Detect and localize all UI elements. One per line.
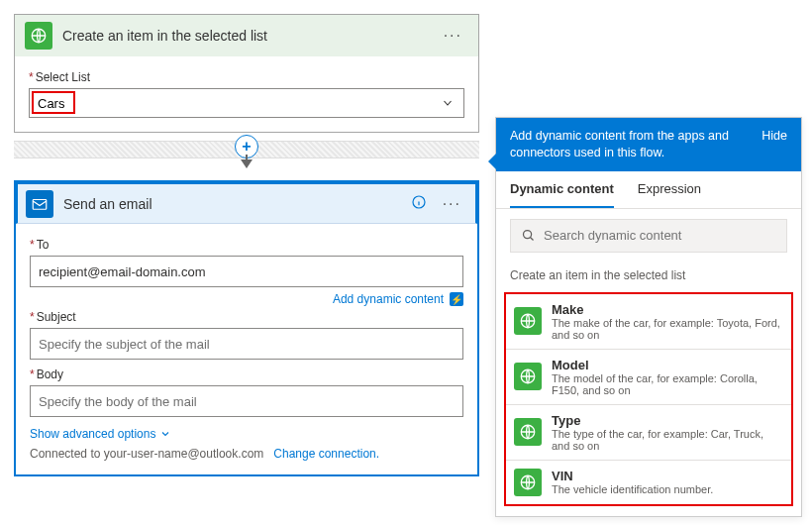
chevron-down-icon[interactable] — [441, 97, 455, 112]
menu-icon[interactable]: ··· — [438, 27, 468, 45]
globe-icon — [514, 363, 542, 390]
select-list-dropdown[interactable] — [29, 88, 464, 118]
globe-icon — [514, 307, 542, 335]
info-icon[interactable] — [411, 194, 427, 213]
svg-point-3 — [524, 231, 532, 239]
select-list-label: *Select List — [29, 70, 464, 84]
globe-icon — [514, 469, 542, 496]
dynamic-content-panel: Add dynamic content from the apps and co… — [495, 117, 802, 517]
card-header[interactable]: Create an item in the selected list ··· — [15, 15, 478, 56]
hide-link[interactable]: Hide — [752, 128, 787, 161]
create-item-card: Create an item in the selected list ··· … — [14, 14, 479, 133]
svg-rect-1 — [33, 199, 47, 209]
dynamic-item-make[interactable]: MakeThe make of the car, for example: To… — [506, 294, 791, 350]
connection-info: Connected to your-user-name@outlook.com … — [30, 447, 463, 461]
search-icon — [521, 228, 536, 243]
card-title: Create an item in the selected list — [62, 28, 438, 44]
send-email-card: Send an email ··· *To Add dynamic conten… — [14, 180, 479, 476]
to-label: *To — [30, 238, 463, 252]
card-title: Send an email — [63, 196, 411, 212]
show-advanced-link[interactable]: Show advanced options — [30, 427, 171, 441]
group-label: Create an item in the selected list — [496, 261, 801, 290]
change-connection-link[interactable]: Change connection. — [273, 447, 379, 461]
dynamic-items-list: MakeThe make of the car, for example: To… — [504, 292, 793, 506]
dynamic-content-icon: ⚡ — [450, 292, 463, 306]
search-input[interactable] — [544, 228, 776, 243]
tab-expression[interactable]: Expression — [638, 171, 701, 208]
to-field[interactable] — [30, 256, 463, 287]
subject-label: *Subject — [30, 310, 463, 324]
panel-header: Add dynamic content from the apps and co… — [496, 118, 801, 171]
dynamic-item-type[interactable]: TypeThe type of the car, for example: Ca… — [506, 405, 791, 461]
dynamic-item-model[interactable]: ModelThe model of the car, for example: … — [506, 350, 791, 405]
menu-icon[interactable]: ··· — [437, 195, 467, 213]
globe-icon — [514, 418, 542, 446]
body-field[interactable] — [30, 385, 463, 417]
search-box[interactable] — [510, 219, 787, 253]
globe-icon — [25, 22, 52, 50]
outlook-icon — [26, 190, 53, 218]
subject-field[interactable] — [30, 328, 463, 360]
add-dynamic-content-link[interactable]: Add dynamic content ⚡ — [333, 292, 463, 306]
panel-tabs: Dynamic content Expression — [496, 171, 801, 209]
tab-dynamic-content[interactable]: Dynamic content — [510, 171, 614, 208]
card-header[interactable]: Send an email ··· — [16, 182, 477, 224]
body-label: *Body — [30, 368, 463, 381]
dynamic-item-vin[interactable]: VINThe vehicle identification number. — [506, 461, 791, 504]
